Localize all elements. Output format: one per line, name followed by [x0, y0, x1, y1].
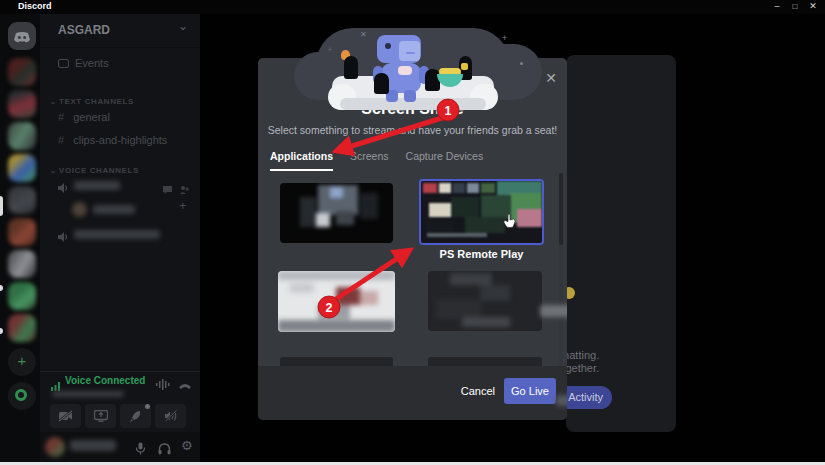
- camera-off-icon: [58, 410, 73, 422]
- avatar: [72, 202, 87, 217]
- app-tile-partial[interactable]: [280, 357, 393, 366]
- scrollbar-thumb[interactable]: [559, 173, 563, 245]
- avatar[interactable]: [45, 437, 65, 457]
- server-unread-dot: [0, 285, 3, 291]
- discord-logo-icon: [13, 30, 31, 48]
- calendar-icon: [58, 59, 69, 68]
- server-icon[interactable]: [8, 90, 36, 118]
- server-icon[interactable]: [8, 218, 36, 246]
- server-icon[interactable]: [8, 122, 36, 150]
- server-header[interactable]: ASGARD ⌄: [40, 14, 200, 48]
- server-name: ASGARD: [58, 23, 110, 37]
- server-icon[interactable]: [8, 186, 36, 214]
- window-title: Discord: [18, 1, 52, 11]
- welcome-text-line1: o start chatting.: [566, 349, 599, 361]
- username-blurred: [93, 205, 135, 214]
- channel-sidebar: ASGARD ⌄ Events ⌄ TEXT CHANNELS # genera…: [40, 14, 200, 465]
- minimize-button[interactable]: –: [769, 0, 785, 13]
- user-bar: ⚙: [40, 432, 200, 465]
- notification-dot: [145, 404, 150, 409]
- app-tile-partial[interactable]: [428, 357, 542, 366]
- modal-subtitle: Select something to stream and have your…: [258, 124, 567, 136]
- tab-applications[interactable]: Applications: [270, 150, 333, 171]
- modal-title: Screen Share: [258, 100, 567, 118]
- app-tile-ps-remote-play[interactable]: [419, 179, 544, 245]
- server-unread-dot: [0, 328, 3, 334]
- title-bar: Discord – □ ✕: [0, 0, 825, 14]
- server-selected-pill: [0, 196, 3, 216]
- discover-icon: [15, 389, 27, 401]
- channel-item-general[interactable]: # general: [58, 111, 110, 123]
- welcome-text-line2: borate together.: [566, 362, 599, 374]
- speaker-icon: [57, 180, 69, 198]
- channel-item-clips[interactable]: # clips-and-highlights: [58, 134, 167, 146]
- modal-footer: Cancel Go Live: [258, 366, 567, 420]
- plus-icon: +: [18, 352, 27, 369]
- speaker-icon: [57, 229, 69, 247]
- discord-window: Discord – □ ✕ + ASGARD ⌄: [0, 0, 825, 465]
- screen-share-button[interactable]: [85, 404, 116, 428]
- server-icon[interactable]: [8, 314, 36, 342]
- tab-capture-devices[interactable]: Capture Devices: [406, 150, 484, 171]
- app-tile[interactable]: [278, 271, 395, 332]
- voice-channel-name-blurred: [74, 181, 120, 190]
- voice-channel-name-blurred: [74, 230, 160, 239]
- text-channels-header[interactable]: ⌄ TEXT CHANNELS: [50, 97, 134, 106]
- app-label-blurred: [556, 395, 567, 406]
- server-rail: +: [0, 14, 40, 465]
- disconnect-call-icon[interactable]: [178, 376, 192, 394]
- scrollbar-track: [559, 173, 563, 365]
- rocket-icon: [129, 410, 142, 423]
- gear-icon[interactable]: ⚙: [181, 438, 193, 453]
- hand-cursor-icon: [503, 213, 516, 232]
- chat-bubble-icon: [162, 181, 173, 199]
- server-icon[interactable]: [8, 282, 36, 310]
- hash-icon: #: [58, 111, 64, 123]
- server-icon[interactable]: [8, 250, 36, 278]
- app-label-blurred: [540, 305, 567, 317]
- invite-plus-icon[interactable]: +: [179, 198, 187, 213]
- chevron-down-icon: ⌄: [178, 19, 188, 33]
- soundboard-off-button[interactable]: [155, 404, 186, 428]
- soundboard-off-icon: [164, 410, 178, 422]
- maximize-button[interactable]: □: [787, 0, 803, 13]
- server-icon[interactable]: [8, 58, 36, 86]
- activities-button[interactable]: [120, 404, 151, 428]
- voice-channel-path-blurred: [52, 391, 124, 397]
- close-icon[interactable]: ✕: [545, 70, 557, 86]
- voice-connected-label: Voice Connected: [65, 375, 145, 386]
- category-chevron-icon: ⌄: [50, 98, 59, 105]
- headphones-icon[interactable]: [158, 441, 171, 459]
- voice-controls: [50, 404, 186, 428]
- home-button[interactable]: [8, 22, 36, 50]
- emoji-icon: [566, 287, 575, 299]
- voice-channels-header[interactable]: ⌄ VOICE CHANNELS: [50, 166, 139, 175]
- voice-status-panel: Voice Connected: [40, 371, 200, 433]
- screen-share-modal: ✕ Screen Share Select something to strea…: [258, 58, 567, 420]
- category-chevron-icon: ⌄: [50, 167, 59, 174]
- modal-tabs: Applications Screens Capture Devices: [270, 150, 483, 171]
- events-label: Events: [75, 57, 109, 69]
- start-activity-button[interactable]: Activity: [566, 386, 612, 409]
- add-person-icon: [179, 181, 190, 199]
- tab-screens[interactable]: Screens: [350, 150, 389, 171]
- noise-suppression-icon[interactable]: [156, 376, 170, 394]
- camera-off-button[interactable]: [50, 404, 81, 428]
- welcome-card: o start chatting. borate together. Activ…: [566, 55, 676, 432]
- username-blurred: [70, 440, 116, 451]
- app-label-ps-remote-play: PS Remote Play: [419, 248, 544, 260]
- hash-icon: #: [58, 134, 64, 146]
- screen-share-icon: [94, 410, 108, 422]
- add-server-button[interactable]: +: [8, 348, 36, 376]
- go-live-button[interactable]: Go Live: [504, 378, 556, 404]
- app-tile[interactable]: [280, 183, 393, 243]
- server-icon[interactable]: [8, 154, 36, 182]
- explore-servers-button[interactable]: [8, 382, 36, 410]
- cancel-button[interactable]: Cancel: [461, 385, 495, 397]
- app-tile[interactable]: [428, 271, 542, 331]
- mic-icon[interactable]: [135, 441, 146, 459]
- close-button[interactable]: ✕: [805, 0, 821, 13]
- events-item[interactable]: Events: [58, 57, 109, 69]
